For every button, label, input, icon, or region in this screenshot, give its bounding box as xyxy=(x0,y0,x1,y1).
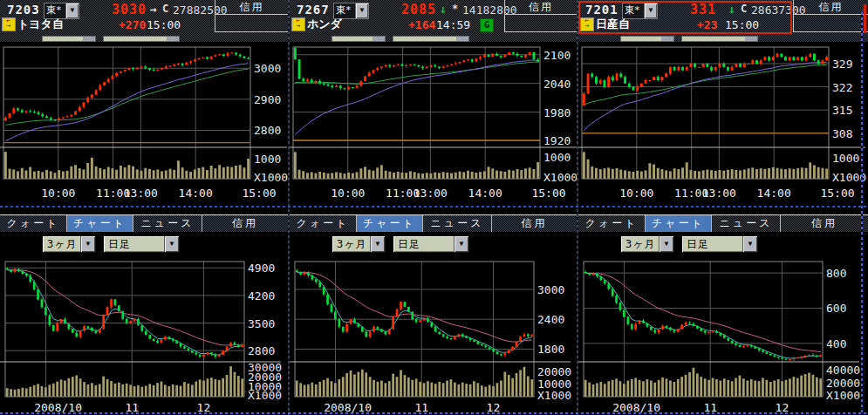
panel-divider xyxy=(288,0,290,415)
stock-name-line: ←→ ホンダ xyxy=(291,17,342,31)
stock-code: 7267 xyxy=(297,3,330,17)
tab-quote[interactable]: クォート xyxy=(578,215,646,232)
trade-time: 15:00 xyxy=(725,18,759,31)
margin-tab-label: 信用 xyxy=(505,0,577,15)
trade-time: 15:00 xyxy=(147,18,181,31)
svg-text:X1000: X1000 xyxy=(826,389,860,402)
daily-chart-7201: 8006004004000020000X10002008/101112 xyxy=(578,257,868,415)
period-select[interactable]: 3ヶ月 ▼ xyxy=(620,235,674,253)
svg-text:14:00: 14:00 xyxy=(757,187,791,200)
hidden-combo-strip[interactable] xyxy=(42,36,96,42)
svg-text:1800: 1800 xyxy=(537,343,564,356)
tab-news[interactable]: ニュース xyxy=(423,215,492,232)
direction-arrow-icon: ↓ xyxy=(440,3,447,16)
window-edge-bottom xyxy=(0,412,868,414)
intraday-chart-7201: 3293223153081000X100010:0011:0013:0014:0… xyxy=(578,42,868,208)
svg-text:10:00: 10:00 xyxy=(331,187,365,200)
tab-news[interactable]: ニュース xyxy=(712,215,781,232)
chevron-down-icon[interactable]: ▼ xyxy=(65,3,79,18)
svg-text:20000: 20000 xyxy=(826,377,860,390)
stock-panel-7201: 7201 東* ▼ 331 ↓ C 28637300 ←→ 日産自 +23 15… xyxy=(578,0,868,415)
price-change: +23 xyxy=(697,18,717,31)
active-window-edge-marker xyxy=(864,4,866,33)
interval-select[interactable]: 日足 ▼ xyxy=(103,235,180,253)
svg-text:4200: 4200 xyxy=(248,289,275,303)
hidden-combo-strip[interactable] xyxy=(103,36,180,42)
svg-text:X1000: X1000 xyxy=(537,389,571,402)
tab-chart[interactable]: チャート xyxy=(67,215,133,232)
hidden-combo-strip[interactable] xyxy=(620,36,674,42)
tab-news[interactable]: ニュース xyxy=(133,215,202,232)
interval-select-value: 日足 xyxy=(682,236,742,252)
svg-text:15:00: 15:00 xyxy=(531,187,565,200)
interval-select[interactable]: 日足 ▼ xyxy=(393,235,469,253)
chevron-down-icon[interactable]: ▼ xyxy=(355,3,368,18)
stock-name: トヨタ自 xyxy=(17,17,64,32)
hidden-combo-strip[interactable] xyxy=(331,36,386,42)
stock-code: 7201 xyxy=(585,3,619,17)
quote-header: 7203 東* ▼ 3030 → C 27882500 ←→ トヨタ自 +270… xyxy=(0,0,288,42)
svg-text:600: 600 xyxy=(826,302,846,315)
svg-text:800: 800 xyxy=(826,267,846,280)
intraday-chart-svg: 3293223153081000X100010:0011:0013:0014:0… xyxy=(578,42,867,208)
price-change: +270 xyxy=(119,18,146,31)
tab-margin[interactable]: 信用 xyxy=(202,215,288,232)
period-select[interactable]: 3ヶ月 ▼ xyxy=(331,235,386,253)
chevron-down-icon[interactable]: ▼ xyxy=(454,236,468,252)
svg-text:13:00: 13:00 xyxy=(702,187,736,200)
margin-tab-top[interactable]: 信用 xyxy=(504,0,577,32)
window-edge-right xyxy=(861,12,863,415)
interval-select[interactable]: 日足 ▼ xyxy=(681,235,758,253)
last-price: 2085 xyxy=(401,2,436,17)
direction-arrow-icon: → xyxy=(150,3,157,16)
interval-select-value: 日足 xyxy=(393,236,454,252)
svg-text:329: 329 xyxy=(832,58,852,71)
tab-quote[interactable]: クォート xyxy=(290,215,357,232)
section-divider xyxy=(0,206,868,208)
svg-text:20000: 20000 xyxy=(537,365,571,378)
margin-tab-top[interactable]: 信用 xyxy=(793,0,868,32)
svg-text:1000: 1000 xyxy=(254,153,281,166)
svg-text:2400: 2400 xyxy=(537,313,564,326)
svg-text:3000: 3000 xyxy=(254,62,281,75)
intraday-chart-svg: 3000290028001000X100010:0011:0013:0014:0… xyxy=(0,42,289,208)
daily-chart-7203: 4900420035002800300002000010000X10002008… xyxy=(0,257,288,415)
margin-tab-top[interactable]: 信用 xyxy=(215,0,288,32)
svg-text:10:00: 10:00 xyxy=(41,187,75,200)
hidden-combo-strip[interactable] xyxy=(393,36,469,42)
svg-text:14:00: 14:00 xyxy=(179,187,213,200)
link-group-icon[interactable]: ←→ xyxy=(291,17,305,31)
svg-text:2900: 2900 xyxy=(254,93,281,106)
chevron-down-icon[interactable]: ▼ xyxy=(644,3,657,18)
chevron-down-icon[interactable]: ▼ xyxy=(659,236,673,252)
hidden-combo-strip[interactable] xyxy=(681,36,758,42)
svg-text:40000: 40000 xyxy=(826,364,860,377)
stock-name-line: ←→ 日産自 xyxy=(580,17,630,31)
tab-chart[interactable]: チャート xyxy=(646,215,712,232)
svg-text:3500: 3500 xyxy=(248,317,275,330)
link-group-icon[interactable]: ←→ xyxy=(2,17,16,31)
chevron-down-icon[interactable]: ▼ xyxy=(80,236,95,252)
svg-text:13:00: 13:00 xyxy=(413,187,448,200)
quote-header: 7201 東* ▼ 331 ↓ C 28637300 ←→ 日産自 +23 15… xyxy=(578,0,868,42)
period-select-value: 3ヶ月 xyxy=(332,236,370,252)
period-select[interactable]: 3ヶ月 ▼ xyxy=(42,235,96,253)
view-tabbar: クォート チャート ニュース 信用 xyxy=(578,214,868,232)
link-group-icon[interactable]: ←→ xyxy=(580,17,594,31)
tab-quote[interactable]: クォート xyxy=(0,215,67,232)
chevron-down-icon[interactable]: ▼ xyxy=(742,236,757,252)
stock-code: 7203 xyxy=(7,3,40,17)
daily-chart-svg: 4900420035002800300002000010000X10002008… xyxy=(0,257,289,415)
svg-text:2040: 2040 xyxy=(543,78,571,91)
tab-margin[interactable]: 信用 xyxy=(492,215,577,232)
svg-text:4900: 4900 xyxy=(248,262,275,275)
g-badge: G xyxy=(480,18,494,32)
chevron-down-icon[interactable]: ▼ xyxy=(164,236,179,252)
chevron-down-icon[interactable]: ▼ xyxy=(370,236,385,252)
svg-text:322: 322 xyxy=(832,81,852,94)
svg-text:15:00: 15:00 xyxy=(820,187,854,200)
tab-chart[interactable]: チャート xyxy=(357,215,423,232)
tab-margin[interactable]: 信用 xyxy=(781,215,868,232)
period-select-value: 3ヶ月 xyxy=(43,236,80,252)
chart-controls: 3ヶ月 ▼ 日足 ▼ xyxy=(290,232,577,256)
